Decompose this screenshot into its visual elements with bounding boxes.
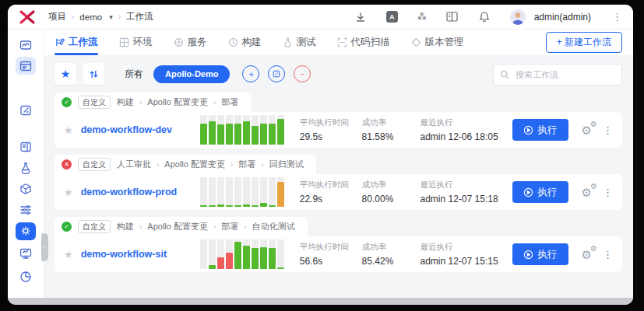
breadcrumb-separator: › xyxy=(72,12,74,21)
execution-history-chart xyxy=(200,239,284,269)
search-input[interactable] xyxy=(514,69,615,80)
history-bar xyxy=(252,115,259,145)
sidebar-item-artifacts[interactable] xyxy=(16,180,36,198)
row-more-icon[interactable]: ⋮ xyxy=(603,187,613,198)
favorite-star-icon[interactable]: ★ xyxy=(64,249,81,260)
tab-code-scan[interactable]: 代码扫描 xyxy=(337,30,390,55)
favorite-star-icon[interactable]: ★ xyxy=(64,187,81,198)
history-bar xyxy=(269,239,276,269)
history-bar xyxy=(243,239,250,269)
workflow-name-link[interactable]: demo-workflow-dev xyxy=(81,124,200,135)
tab-label: 代码扫描 xyxy=(351,36,390,49)
history-bar xyxy=(217,239,224,269)
workflow-name-link[interactable]: demo-workflow-sit xyxy=(81,249,200,260)
filter-all-label[interactable]: 所有 xyxy=(125,68,143,81)
workflow-card-header: ✓✕ 自定义 构建› Apollo 配置变更› 部署 xyxy=(55,93,251,112)
stage-path: 构建› Apollo 配置变更› 部署› 自动化测试 xyxy=(117,221,295,232)
history-bar xyxy=(234,115,241,145)
user-avatar[interactable] xyxy=(510,9,526,25)
sort-button[interactable] xyxy=(83,63,104,85)
app-window: 项目 › demo ▾ › 工作流 A ⁂ admin(admin) ⋮ xyxy=(8,5,633,305)
tab-test[interactable]: 测试 xyxy=(283,30,316,55)
history-bar xyxy=(226,115,233,145)
settings-gears-icon[interactable]: ⚙⚙ xyxy=(582,249,592,260)
chevron-down-icon[interactable]: ▾ xyxy=(109,13,113,21)
tab-environment[interactable]: 环境 xyxy=(119,30,153,55)
breadcrumb: 项目 › demo ▾ › 工作流 xyxy=(48,11,153,23)
favorites-filter-button[interactable]: ★ xyxy=(55,63,76,85)
history-bar xyxy=(243,115,250,145)
more-menu-icon[interactable]: ⋮ xyxy=(612,11,622,23)
avg-time-metric: 平均执行时间22.9s xyxy=(300,180,362,204)
sidebar-item-monitor[interactable] xyxy=(16,243,36,264)
run-button[interactable]: 执行 xyxy=(512,119,568,141)
stage-path: 人工审批› Apollo 配置变更› 部署› 回归测试 xyxy=(117,159,304,170)
filter-row: ★ 所有 Apollo-Demo ＋ － xyxy=(55,62,622,86)
sidebar-item-workflows[interactable] xyxy=(16,57,36,75)
sidebar-item-overview[interactable] xyxy=(16,36,36,54)
tab-label: 服务 xyxy=(188,36,207,49)
history-bar xyxy=(209,115,216,145)
breadcrumb-root[interactable]: 项目 xyxy=(48,11,66,23)
minus-icon: － xyxy=(298,68,307,80)
bell-icon[interactable] xyxy=(478,11,491,23)
status-icon: ✓✕ xyxy=(62,222,72,232)
settings-gears-icon[interactable]: ⚙⚙ xyxy=(582,187,592,198)
favorite-star-icon[interactable]: ★ xyxy=(64,124,81,136)
last-execution-metric: 最近执行admin 12-07 15:15 xyxy=(421,242,512,267)
history-bar xyxy=(209,177,216,207)
tab-service[interactable]: 服务 xyxy=(174,30,207,55)
translate-icon[interactable]: A xyxy=(386,11,398,23)
workflow-name-link[interactable]: demo-workflow-prod xyxy=(81,187,200,197)
new-workflow-button[interactable]: + 新建工作流 xyxy=(546,32,622,53)
tab-label: 工作流 xyxy=(69,36,98,49)
tab-build[interactable]: 构建 xyxy=(228,30,262,55)
sidebar-item-reports[interactable] xyxy=(16,267,36,287)
run-button[interactable]: 执行 xyxy=(512,181,568,203)
sidebar-item-applications[interactable] xyxy=(16,138,36,156)
custom-tag: 自定义 xyxy=(78,220,111,233)
remove-filter-button[interactable]: － xyxy=(294,65,311,82)
custom-tag: 自定义 xyxy=(78,96,111,109)
row-more-icon[interactable]: ⋮ xyxy=(603,249,613,260)
sidebar-item-testing[interactable] xyxy=(16,159,36,177)
sidebar-expand-handle[interactable]: › xyxy=(41,233,48,261)
tab-workflow[interactable]: 工作流 xyxy=(55,30,98,55)
workflow-row: ★ demo-workflow-sit 平均执行时间56.6s 成功率85.42… xyxy=(55,236,622,272)
row-more-icon[interactable]: ⋮ xyxy=(603,124,613,136)
project-filter-pill[interactable]: Apollo-Demo xyxy=(153,65,230,83)
play-icon xyxy=(523,187,533,197)
workflow-row: ★ demo-workflow-prod 平均执行时间22.9s 成功率80.0… xyxy=(55,174,622,210)
sidebar-item-editor[interactable] xyxy=(16,101,36,119)
tab-version-management[interactable]: 版本管理 xyxy=(411,30,464,55)
sparkle-icon[interactable]: ⁂ xyxy=(417,12,427,23)
breadcrumb-project-select[interactable]: demo xyxy=(79,12,102,22)
docs-icon[interactable] xyxy=(446,11,459,23)
history-bar xyxy=(217,115,224,145)
tab-label: 测试 xyxy=(297,36,316,49)
window-bottom-edge xyxy=(8,298,633,305)
download-icon[interactable] xyxy=(354,11,367,23)
settings-gears-icon[interactable]: ⚙⚙ xyxy=(582,124,592,136)
status-icon: ✓✕ xyxy=(62,159,72,169)
username-label[interactable]: admin(admin) xyxy=(534,12,591,23)
brand-logo-icon[interactable] xyxy=(19,9,36,25)
sidebar-item-pipelines[interactable] xyxy=(16,201,36,219)
edit-filter-button[interactable] xyxy=(268,65,285,82)
edit-icon xyxy=(273,70,280,78)
last-execution-metric: 最近执行admin 12-07 15:18 xyxy=(421,180,512,204)
tab-label: 构建 xyxy=(242,36,262,49)
success-rate-metric: 成功率81.58% xyxy=(362,117,421,142)
add-filter-button[interactable]: ＋ xyxy=(242,65,259,82)
play-icon xyxy=(523,125,533,135)
history-bar xyxy=(260,239,267,269)
breadcrumb-page: 工作流 xyxy=(126,11,153,23)
history-bar xyxy=(260,115,267,145)
history-bar xyxy=(269,115,276,145)
execution-history-chart xyxy=(200,177,284,207)
left-sidebar: › xyxy=(8,30,44,298)
sidebar-item-settings[interactable] xyxy=(16,222,36,240)
history-bar xyxy=(243,177,250,207)
success-rate-metric: 成功率85.42% xyxy=(362,242,421,267)
run-button[interactable]: 执行 xyxy=(512,243,568,265)
